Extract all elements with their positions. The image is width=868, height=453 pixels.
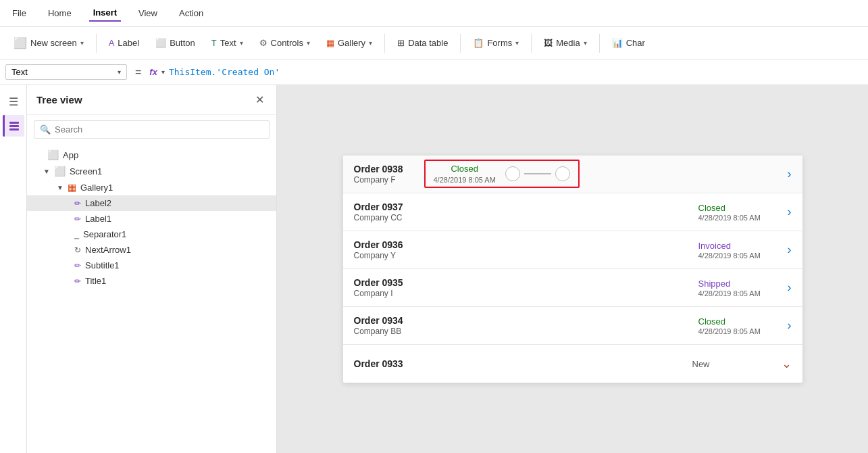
tree-item-label1[interactable]: ✏ Label1	[27, 211, 276, 226]
gallery-icon: ▦	[68, 182, 76, 193]
tree-item-subtitle1[interactable]: ✏ Subtitle1	[27, 258, 276, 273]
arrow-icon: ↻	[74, 245, 81, 255]
row-chevron: ›	[788, 243, 792, 257]
tree-search-container: 🔍	[34, 120, 270, 139]
tree-item-label: Gallery1	[80, 183, 113, 193]
row-status: Closed	[698, 316, 725, 327]
formula-equals: =	[131, 66, 145, 78]
formula-selector-value: Text	[11, 67, 28, 77]
row-order: Order 0934	[354, 315, 698, 326]
toolbar: ⬜ New screen ▾ A Label ⬜ Button T Text ▾…	[0, 27, 868, 59]
app-icon: ⬜	[47, 149, 59, 160]
gallery-row-0935[interactable]: Order 0935 Company I Shipped 4/28/2019 8…	[343, 269, 802, 307]
button-button[interactable]: ⬜ Button	[149, 34, 202, 51]
chart-button[interactable]: 📊 Char	[605, 34, 652, 51]
label-icon: A	[109, 38, 115, 48]
tree-item-label: Label2	[85, 198, 111, 208]
text-caret: ▾	[240, 39, 243, 47]
row-status-block: Closed 4/28/2019 8:05 AM	[698, 316, 780, 335]
menu-view[interactable]: View	[134, 5, 161, 21]
gallery-row-0937[interactable]: Order 0937 Company CC Closed 4/28/2019 8…	[343, 193, 802, 231]
row-company: Company BB	[354, 327, 698, 336]
svg-rect-1	[9, 125, 19, 127]
tree-item-label: Title1	[85, 276, 106, 286]
row-company: Company CC	[354, 213, 698, 222]
canvas-area: Order 0938 Company F Closed 4/28/2019 8:…	[277, 85, 868, 453]
menu-file[interactable]: File	[8, 5, 30, 21]
new-screen-button[interactable]: ⬜ New screen ▾	[7, 33, 91, 53]
tree-content: ⬜ App ▼ ⬜ Screen1 ▼ ▦ Gallery1 ✏ Label2	[27, 144, 276, 453]
tree-item-title1[interactable]: ✏ Title1	[27, 273, 276, 289]
data-table-button[interactable]: ⊞ Data table	[390, 34, 455, 51]
gallery-row-0934[interactable]: Order 0934 Company BB Closed 4/28/2019 8…	[343, 307, 802, 345]
button-icon: ⬜	[155, 38, 166, 48]
main-layout: ☰ Tree view ✕ 🔍 ⬜ App	[0, 85, 868, 453]
tree-item-separator1[interactable]: ⎯ Separator1	[27, 226, 276, 242]
tree-item-gallery1[interactable]: ▼ ▦ Gallery1	[27, 179, 276, 195]
data-table-icon: ⊞	[397, 38, 405, 48]
forms-button[interactable]: 📋 Forms ▾	[466, 34, 526, 51]
gallery-row-0938[interactable]: Order 0938 Company F Closed 4/28/2019 8:…	[343, 156, 802, 193]
row-order: Order 0937	[354, 201, 698, 212]
label-icon: ✏	[74, 261, 81, 270]
svg-rect-2	[9, 128, 19, 130]
hamburger-icon[interactable]: ☰	[3, 91, 24, 112]
menu-insert[interactable]: Insert	[89, 5, 121, 22]
tree-panel: Tree view ✕ 🔍 ⬜ App ▼ ⬜ Screen1 ▼ ▦	[27, 85, 277, 453]
tree-search-input[interactable]	[55, 124, 263, 135]
separator-icon: ⎯	[74, 230, 79, 239]
row-status-block: Invoiced 4/28/2019 8:05 AM	[698, 241, 780, 260]
formula-content: ThisItem.'Created On'	[169, 67, 280, 77]
gallery-caret: ▾	[369, 39, 372, 47]
tree-item-nextarrow1[interactable]: ↻ NextArrow1	[27, 242, 276, 258]
menu-action[interactable]: Action	[175, 5, 207, 21]
row-chevron: ⌄	[782, 356, 792, 371]
media-button[interactable]: 🖼 Media ▾	[537, 34, 593, 51]
menu-home[interactable]: Home	[44, 5, 76, 21]
row-info: Order 0934 Company BB	[354, 315, 698, 336]
forms-caret: ▾	[515, 39, 519, 47]
row-chevron: ›	[788, 318, 792, 333]
row-info: Order 0936 Company Y	[354, 239, 698, 260]
gallery-row-0933[interactable]: Order 0933 New ⌄	[343, 345, 802, 383]
text-button[interactable]: T Text ▾	[205, 34, 250, 51]
expand-icon: ▼	[57, 184, 63, 191]
formula-bar: Text ▾ = fx ▾ ThisItem.'Created On'	[0, 59, 868, 85]
tree-item-label2[interactable]: ✏ Label2	[27, 195, 276, 211]
row-status-block: Shipped 4/28/2019 8:05 AM	[698, 279, 780, 297]
tree-item-label: App	[63, 150, 78, 160]
gallery-icon: ▦	[326, 38, 334, 48]
media-caret: ▾	[584, 39, 587, 47]
row-date: 4/28/2019 8:05 AM	[698, 289, 761, 297]
row-status: Invoiced	[698, 241, 731, 251]
tree-item-screen1[interactable]: ▼ ⬜ Screen1	[27, 163, 276, 179]
row-status-block: Closed 4/28/2019 8:05 AM	[698, 203, 780, 222]
label-button[interactable]: A Label	[102, 34, 146, 51]
row-status: New	[692, 359, 710, 369]
tree-close-button[interactable]: ✕	[253, 92, 267, 108]
screen-icon: ⬜	[54, 166, 66, 176]
toolbar-divider-4	[531, 34, 532, 53]
tree-item-app[interactable]: ⬜ App	[27, 147, 276, 163]
row-status: Shipped	[698, 279, 731, 289]
forms-icon: 📋	[473, 38, 484, 48]
controls-button[interactable]: ⚙ Controls ▾	[253, 34, 317, 51]
row-date: 4/28/2019 8:05 AM	[698, 252, 761, 260]
tree-item-label: Label1	[85, 214, 111, 224]
overlay-circle-1	[505, 166, 520, 181]
row-chevron: ›	[788, 205, 792, 219]
row-date: 4/28/2019 8:05 AM	[434, 176, 496, 184]
tree-item-label: NextArrow1	[85, 245, 131, 255]
formula-selector[interactable]: Text ▾	[5, 64, 127, 80]
row-order: Order 0933	[354, 358, 692, 369]
new-screen-caret: ▾	[80, 39, 84, 47]
row-status: Closed	[451, 164, 478, 174]
layers-icon[interactable]	[3, 115, 24, 137]
gallery-row-0936[interactable]: Order 0936 Company Y Invoiced 4/28/2019 …	[343, 231, 802, 269]
label-icon: ✏	[74, 214, 81, 224]
sidebar-icons: ☰	[0, 85, 27, 453]
row-info: Order 0933	[354, 358, 692, 370]
controls-icon: ⚙	[259, 38, 267, 48]
media-icon: 🖼	[544, 38, 553, 48]
gallery-button[interactable]: ▦ Gallery ▾	[320, 34, 379, 51]
